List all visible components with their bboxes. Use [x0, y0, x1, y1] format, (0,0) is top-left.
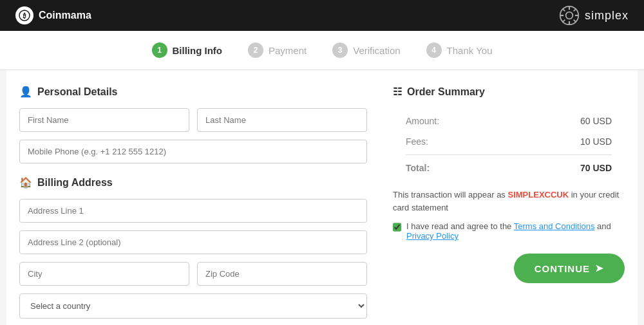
- svg-line-8: [562, 8, 565, 11]
- step-1-circle: 1: [152, 42, 167, 58]
- terms-prefix: I have read and agree to the: [406, 221, 511, 231]
- step-4-label: Thank You: [447, 45, 493, 56]
- transaction-note-prefix: This transaction will appear as: [393, 190, 506, 200]
- terms-text: I have read and agree to the Terms and C…: [406, 221, 625, 241]
- svg-line-10: [574, 8, 576, 11]
- coinmama-logo-icon: ₿: [15, 6, 33, 24]
- step-3-circle: 3: [332, 42, 348, 58]
- order-summary-header: ☷ Order Summary: [393, 86, 625, 98]
- billing-address-section: 🏠 Billing Address Select a country: [19, 176, 367, 319]
- order-summary-title: Order Summary: [407, 86, 485, 98]
- terms-and: and: [597, 221, 611, 231]
- person-icon: 👤: [19, 86, 32, 98]
- home-icon: 🏠: [19, 176, 32, 189]
- app-header: ₿ Coinmama simplex: [0, 0, 644, 31]
- svg-line-11: [562, 20, 565, 23]
- step-verification[interactable]: 3 Verification: [332, 42, 400, 58]
- step-2-label: Payment: [269, 45, 307, 56]
- zip-input[interactable]: [197, 262, 367, 286]
- terms-checkbox[interactable]: [393, 223, 401, 232]
- simplex-brand-text: simplex: [585, 9, 629, 23]
- order-summary-icon: ☷: [393, 86, 402, 98]
- main-content: 👤 Personal Details 🏠 Billing Address: [6, 70, 638, 325]
- step-thank-you[interactable]: 4 Thank You: [426, 42, 493, 58]
- simplex-gear-icon: [559, 5, 580, 26]
- city-input[interactable]: [19, 262, 189, 286]
- address-line2-input[interactable]: [19, 230, 367, 254]
- right-panel: ☷ Order Summary Amount: 60 USD Fees: 10 …: [393, 86, 625, 325]
- terms-and-conditions-link[interactable]: Terms and Conditions: [514, 221, 595, 231]
- amount-value: 60 USD: [580, 116, 612, 126]
- amount-row: Amount: 60 USD: [393, 111, 625, 131]
- billing-address-title: Billing Address: [37, 177, 113, 189]
- fees-row: Fees: 10 USD: [393, 131, 625, 152]
- step-3-label: Verification: [353, 45, 400, 56]
- personal-details-section: 👤 Personal Details: [19, 86, 367, 98]
- step-payment[interactable]: 2 Payment: [248, 42, 307, 58]
- step-billing-info[interactable]: 1 Billing Info: [152, 42, 222, 58]
- phone-input[interactable]: [19, 140, 367, 163]
- order-divider: [406, 154, 612, 155]
- first-name-input[interactable]: [19, 108, 189, 132]
- continue-button[interactable]: CONTINUE ➤: [514, 254, 625, 283]
- continue-arrow-icon: ➤: [595, 263, 604, 274]
- merchant-name: SIMPLEXCCUK: [507, 190, 569, 200]
- step-1-label: Billing Info: [173, 45, 222, 56]
- country-select[interactable]: Select a country: [19, 293, 367, 319]
- last-name-input[interactable]: [197, 108, 367, 132]
- coinmama-brand-text: Coinmama: [39, 10, 91, 21]
- total-row: Total: 70 USD: [393, 158, 625, 178]
- personal-details-title: Personal Details: [37, 86, 118, 98]
- phone-row: [19, 140, 367, 163]
- terms-row: I have read and agree to the Terms and C…: [393, 221, 625, 241]
- coinmama-logo: ₿ Coinmama: [15, 6, 91, 24]
- step-2-circle: 2: [248, 42, 263, 58]
- billing-address-header: 🏠 Billing Address: [19, 176, 367, 189]
- country-row: Select a country: [19, 293, 367, 319]
- simplex-logo: simplex: [559, 5, 629, 26]
- total-value: 70 USD: [580, 163, 612, 173]
- privacy-policy-link[interactable]: Privacy Policy: [406, 231, 459, 241]
- continue-label: CONTINUE: [535, 263, 590, 274]
- fees-value: 10 USD: [580, 136, 612, 147]
- svg-point-3: [566, 12, 573, 19]
- name-row: [19, 108, 367, 132]
- address2-row: [19, 230, 367, 254]
- amount-label: Amount:: [406, 116, 439, 126]
- address1-row: [19, 199, 367, 223]
- city-zip-row: [19, 262, 367, 286]
- left-panel: 👤 Personal Details 🏠 Billing Address: [19, 86, 367, 325]
- fees-label: Fees:: [406, 136, 428, 147]
- progress-bar: 1 Billing Info 2 Payment 3 Verification …: [0, 31, 644, 70]
- address-line1-input[interactable]: [19, 199, 367, 223]
- svg-text:₿: ₿: [23, 12, 26, 19]
- total-label: Total:: [406, 163, 430, 173]
- step-4-circle: 4: [426, 42, 442, 58]
- svg-line-9: [574, 20, 576, 23]
- transaction-note: This transaction will appear as SIMPLEXC…: [393, 189, 625, 214]
